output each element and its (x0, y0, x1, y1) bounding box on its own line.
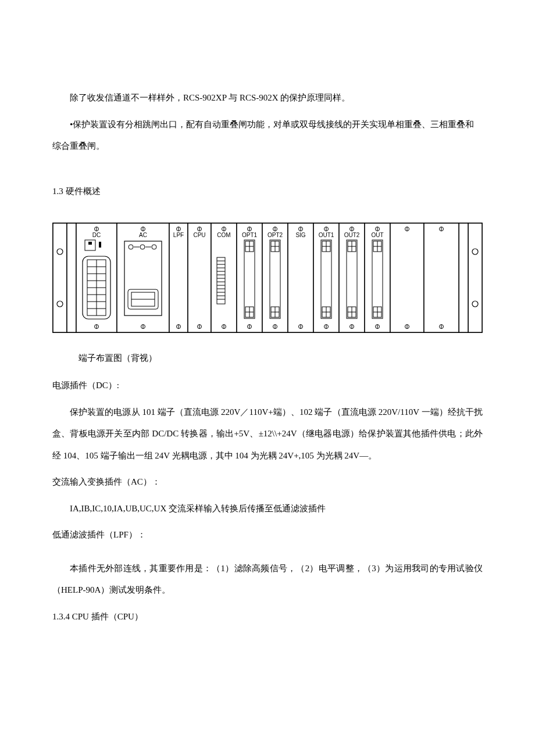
section-1-3-header: 1.3 硬件概述 (52, 181, 483, 203)
svg-rect-5 (468, 223, 482, 332)
paragraph-1: 除了收发信通道不一样样外，RCS-902XP 与 RCS-902X 的保护原理同… (52, 87, 483, 109)
svg-rect-134 (390, 223, 424, 332)
svg-rect-8 (459, 223, 468, 332)
slot-label-out: OUT (371, 232, 383, 238)
slot-label-ac: AC (139, 232, 147, 238)
terminal-layout-diagram: DC AC LPF (52, 223, 483, 333)
svg-rect-93 (288, 223, 313, 332)
slot-label-out2: OUT2 (344, 232, 360, 238)
paragraph-2: •保护装置设有分相跳闸出口，配有自动重叠闸功能，对单或双母线接线的开关实现单相重… (52, 114, 483, 157)
svg-rect-139 (424, 223, 459, 332)
diagram-caption: 端子布置图（背视） (52, 347, 483, 370)
svg-rect-4 (67, 223, 76, 332)
slot-label-opt2: OPT2 (268, 232, 283, 238)
svg-rect-51 (211, 223, 237, 332)
svg-rect-1 (53, 223, 67, 332)
svg-rect-15 (88, 242, 92, 245)
slot-label-lpf: LPF (173, 232, 184, 238)
svg-rect-46 (188, 223, 211, 332)
slot-label-cpu: CPU (193, 232, 205, 238)
ac-body: IA,IB,IC,10,IA,UB,UC,UX 交流采样输入转换后传播至低通滤波… (52, 498, 483, 520)
svg-rect-16 (99, 242, 101, 248)
cpu-title: 1.3.4 CPU 插件（CPU） (52, 606, 483, 628)
lpf-title: 低通滤波插件（LPF）： (52, 524, 483, 546)
dc-body: 保护装置的电源从 101 端子（直流电源 220V／110V+端）、102 端子… (52, 402, 483, 467)
slot-label-sig: SIG (295, 232, 305, 238)
slot-label-dc: DC (92, 232, 101, 238)
ac-title: 交流输入变换插件（AC）： (52, 471, 483, 493)
slot-label-com: COM (217, 232, 230, 238)
svg-rect-41 (169, 223, 188, 332)
lpf-body: 本插件无外部连线，其重要作用是：（1）滤除高频信号，（2）电平调整，（3）为运用… (52, 558, 483, 601)
dc-title: 电源插件（DC）: (52, 375, 483, 397)
slot-label-opt1: OPT1 (242, 232, 258, 238)
slot-label-out1: OUT1 (319, 232, 334, 238)
